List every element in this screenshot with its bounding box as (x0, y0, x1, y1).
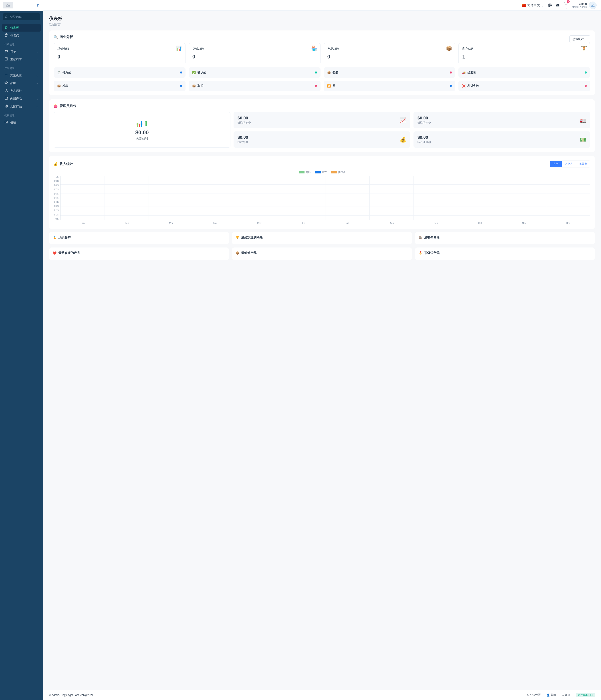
analytics-filter-select[interactable]: 总体统计 (570, 35, 590, 43)
user-menu[interactable]: admin Master Admin (572, 2, 597, 9)
wallet-cell[interactable]: $0.00赚取的佣金📈 (234, 112, 410, 128)
panel-popular-store: 🏆最受欢迎的商店 (232, 232, 412, 244)
stat-card[interactable]: 🏋️客户总数1 (458, 43, 590, 64)
money-bag-icon: 💰 (54, 162, 58, 166)
stat-card[interactable]: 📦产品总数0 (323, 43, 456, 64)
sidebar-item-pos[interactable]: 销售点 (2, 31, 41, 40)
chart-col (370, 176, 414, 220)
panels-row-1: 🏅顶级客户 🏆最受欢迎的商店 🏬最畅销商店 (49, 232, 595, 244)
svg-point-12 (5, 91, 6, 92)
stat-icon: 🏪 (311, 46, 317, 51)
sidebar-item-dashboard[interactable]: 仪表板 (2, 24, 41, 31)
menu-section-promo: 促销管理 (2, 110, 41, 119)
stat-small[interactable]: 📋待办的0 (54, 67, 186, 78)
search-box[interactable] (3, 13, 40, 20)
x-tick: Feb (105, 222, 149, 224)
chart-grid (60, 176, 590, 220)
cart-badge: 0 (567, 0, 570, 3)
chevron-down-icon: ⌄ (566, 6, 568, 9)
sidebar-item-seller-product[interactable]: 卖家产品 ⌄ (2, 102, 41, 110)
panel-top-delivery: 🎖️顶级送货员 (415, 248, 595, 260)
sidebar-item-attributes[interactable]: 产品属性 (2, 87, 41, 95)
stat-icon: 🚚 (462, 71, 465, 74)
wallet-cell-icon: 📈 (400, 117, 406, 123)
panel-popular-product: ❤️最受欢迎的产品 (49, 248, 229, 260)
chart-col (61, 176, 104, 220)
stat-card[interactable]: 🏪店铺总数0 (189, 43, 320, 64)
avatar (589, 2, 597, 9)
chart-area: 1 $0.9 $0.8 $0.7 $0.6 $0.5 $0.4 $0.3 $0.… (54, 176, 590, 220)
stat-icon: 📦 (192, 84, 196, 88)
stat-small[interactable]: ✅确认的0 (189, 67, 320, 78)
tab-this-week[interactable]: 本星期 (576, 161, 590, 167)
language-label: 简体中文 (527, 3, 540, 7)
chart-col (149, 176, 193, 220)
footer-link-label: 轮廓 (551, 693, 556, 697)
stat-value: 0 (180, 71, 182, 74)
stat-small[interactable]: 🔁回0 (323, 81, 456, 91)
stat-small[interactable]: 📦发表0 (54, 81, 186, 91)
tab-this-year[interactable]: 今年 (550, 161, 562, 167)
home-icon (4, 26, 8, 30)
svg-point-0 (9, 4, 9, 4)
target-icon (4, 104, 8, 108)
wallet-cell[interactable]: $0.00待处理金额💵 (413, 131, 590, 148)
wallet-cell-icon: 💵 (580, 136, 586, 143)
star-icon (4, 81, 8, 85)
stat-card[interactable]: 📊总销售额0 (54, 43, 186, 64)
footer-link-home[interactable]: ⌂首页 (562, 693, 570, 697)
stat-value: 0 (450, 71, 452, 74)
stat-label: 店铺总数 (192, 47, 317, 51)
svg-point-3 (5, 52, 6, 52)
svg-point-1 (5, 16, 7, 18)
stat-small[interactable]: 📦取消0 (189, 81, 320, 91)
footer-link-profile[interactable]: 👤轮廓 (547, 693, 556, 697)
user-name: admin (572, 2, 587, 5)
wallet-icon: 👛 (54, 104, 58, 108)
sidebar-item-banner[interactable]: 横幅 (2, 119, 41, 126)
y-tick: 0.8 $ (54, 184, 58, 186)
sidebar-item-orders[interactable]: 订单 ⌄ (2, 48, 41, 55)
x-tick: April (193, 222, 237, 224)
legend-seller: 卖方 (322, 171, 327, 174)
wallet-label: 待处理金额 (417, 140, 431, 144)
sidebar-search (0, 11, 43, 23)
search-icon (5, 15, 8, 19)
sidebar-item-category[interactable]: 类别设置 ⌄ (2, 71, 41, 79)
wallet-cell[interactable]: $0.00征税总额💰 (234, 131, 410, 148)
menu-section-orders: 订单管理 (2, 40, 41, 48)
sidebar-item-inhouse-product[interactable]: 内部产品 ⌄ (2, 95, 41, 102)
globe-button[interactable] (548, 3, 552, 7)
tab-this-month[interactable]: 这个月 (562, 161, 576, 167)
wallet-label: 赚取的运费 (417, 121, 431, 125)
analytics-icon: 🔍 (54, 35, 58, 39)
search-input[interactable] (9, 15, 47, 19)
footer-link-settings[interactable]: ⚙业务设置 (527, 693, 541, 697)
logo[interactable] (3, 2, 13, 8)
sidebar-collapse-button[interactable] (37, 4, 40, 7)
chart-col (105, 176, 149, 220)
y-tick: 0.7 $ (54, 188, 58, 191)
svg-line-2 (7, 18, 8, 18)
sidebar-item-label: 仪表板 (10, 26, 19, 30)
svg-rect-16 (5, 121, 7, 123)
wallet-amount: $0.00 (417, 135, 431, 140)
stat-small[interactable]: 🚚已发货0 (458, 67, 590, 78)
x-tick: Sep (414, 222, 458, 224)
x-tick: Mar (149, 222, 193, 224)
stat-small[interactable]: 📦包装0 (323, 67, 456, 78)
stat-label: 回 (333, 84, 335, 88)
flag-icon (522, 4, 526, 7)
chart-up-icon: 📊⬆ (135, 119, 149, 127)
sidebar-item-refund[interactable]: 退款请求 ⌄ (2, 55, 41, 63)
wallet-cell[interactable]: $0.00赚取的运费🚛 (413, 112, 590, 128)
language-selector[interactable]: 简体中文 ⌄ (522, 3, 544, 7)
panel-title: 最畅销产品 (241, 251, 257, 255)
sidebar-item-brand[interactable]: 品牌 ⌄ (2, 79, 41, 87)
cart-button[interactable]: 0 ⌄ (564, 2, 568, 9)
mail-button[interactable] (556, 3, 560, 7)
user-text: admin Master Admin (572, 2, 587, 8)
user-role: Master Admin (572, 5, 587, 8)
stat-small[interactable]: ❌发货失败0 (458, 81, 590, 91)
chevron-down-icon: ⌄ (36, 81, 39, 85)
